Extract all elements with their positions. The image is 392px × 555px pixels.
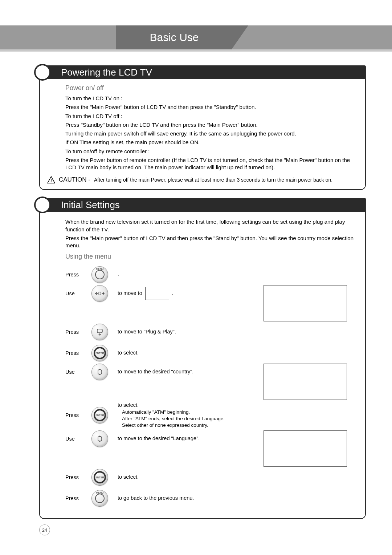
caution-label: CAUTION - <box>59 176 90 183</box>
step-verb: Use <box>65 369 87 375</box>
power-line: If ON Time setting is set, the main powe… <box>65 139 358 146</box>
section-bullet-icon <box>34 64 51 81</box>
step-text: to move to the desired "country". <box>118 368 259 376</box>
step-row: Use to move to . <box>65 285 358 321</box>
caution-text: After turning off the main Power, please… <box>94 177 332 183</box>
screenshot-placeholder <box>264 364 347 400</box>
menu-label: MENU <box>96 491 104 494</box>
initial-intro: Press the "Main power" button of LCD TV … <box>65 235 358 250</box>
caution-row: CAUTION - After turning off the main Pow… <box>47 176 358 183</box>
initial-subhead: Using the menu <box>65 253 358 260</box>
power-subhead: Power on/ off <box>65 84 358 92</box>
step-text-part: . <box>172 290 173 296</box>
enter-button-icon: ENTER <box>91 407 108 424</box>
down-button-icon <box>91 324 108 340</box>
step-verb: Use <box>65 436 87 442</box>
step-text: to select. <box>118 474 259 481</box>
step-row: Press MENU . <box>65 264 358 285</box>
step-row: Press to move to "Plug & Play". <box>65 321 358 343</box>
step-verb: Press <box>65 412 87 418</box>
step-row: Press ENTER to select. Automatically "AT… <box>65 400 358 430</box>
enter-button-icon: ENTER <box>91 469 108 486</box>
step-text: to move to the desired "Language". <box>118 435 259 442</box>
enter-label: ENTER <box>95 414 104 417</box>
step-text: to move to . <box>118 287 259 300</box>
step-subline: Select other of none expressed country. <box>118 422 259 429</box>
page-tab-label: Basic Use <box>150 31 199 44</box>
screenshot-placeholder <box>264 285 347 321</box>
enter-button-icon: ENTER <box>91 345 108 361</box>
inline-placeholder-box <box>145 287 169 300</box>
screenshot-placeholder <box>264 430 347 467</box>
svg-rect-2 <box>99 292 101 295</box>
step-row: Press ENTER to select. <box>65 467 358 488</box>
power-line: Press "Standby" button on the LCD TV and… <box>65 121 358 129</box>
step-row: Press MENU to go back to the previous me… <box>65 488 358 509</box>
section-bullet-icon <box>34 197 51 213</box>
left-right-button-icon <box>91 285 108 302</box>
power-line: To turn on/off by remote controller : <box>65 148 358 155</box>
menu-button-icon: MENU <box>91 266 108 283</box>
enter-label: ENTER <box>95 352 104 355</box>
step-text: . <box>118 271 259 278</box>
svg-rect-3 <box>97 329 102 333</box>
section-body-power: Power on/ off To turn the LCD TV on : Pr… <box>39 79 366 190</box>
enter-label: ENTER <box>95 476 104 479</box>
step-verb: Press <box>65 474 87 480</box>
step-verb: Press <box>65 272 87 278</box>
warning-icon <box>47 176 55 183</box>
step-text-part: to select. <box>118 402 139 408</box>
up-down-button-icon <box>91 364 108 380</box>
step-subline: Automatically "ATM" beginning. <box>118 409 259 416</box>
step-subline: After "ATM" ends, select the desired Lan… <box>118 416 259 422</box>
step-text: to select. <box>118 349 259 357</box>
step-text-part: to move to <box>118 290 142 296</box>
svg-point-1 <box>51 182 52 183</box>
step-verb: Press <box>65 495 87 501</box>
menu-label: MENU <box>96 268 104 270</box>
step-row: Use to move to the desired "country". <box>65 364 358 400</box>
page-tab: Basic Use <box>116 25 232 49</box>
page-tab-slant <box>232 25 248 49</box>
section-title: Initial Settings <box>61 199 120 211</box>
step-text: to go back to the previous menu. <box>118 495 259 502</box>
svg-rect-4 <box>98 370 102 374</box>
page-content: Powering the LCD TV Power on/ off To tur… <box>39 65 366 527</box>
page-number-value: 24 <box>42 527 47 533</box>
section-header-initial: Initial Settings <box>39 198 366 212</box>
step-verb: Press <box>65 329 87 335</box>
step-verb: Use <box>65 291 87 296</box>
power-line: Press the Power button of remote control… <box>65 157 358 171</box>
power-line: To turn the LCD TV off : <box>65 113 358 120</box>
power-line: Turning the main power switch off will s… <box>65 130 358 137</box>
power-line: To turn the LCD TV on : <box>65 95 358 102</box>
initial-intro: When the brand new television set it tur… <box>65 218 358 233</box>
step-row: Use to move to the desired "Language". <box>65 430 358 467</box>
section-title: Powering the LCD TV <box>61 67 152 78</box>
page-number: 24 <box>39 524 50 535</box>
step-row: Press ENTER to select. <box>65 343 358 364</box>
step-verb: Press <box>65 350 87 356</box>
section-header-power: Powering the LCD TV <box>39 65 366 79</box>
svg-rect-5 <box>98 437 102 441</box>
step-text: to move to "Plug & Play". <box>118 328 259 336</box>
power-line: Press the "Main Power" button of LCD TV … <box>65 104 358 111</box>
step-text: to select. Automatically "ATM" beginning… <box>118 402 259 429</box>
menu-button-icon: MENU <box>91 490 108 507</box>
section-body-initial: When the brand new television set it tur… <box>39 212 366 519</box>
steps: Press MENU . Use to move to . <box>65 264 358 509</box>
up-down-button-icon <box>91 430 108 447</box>
